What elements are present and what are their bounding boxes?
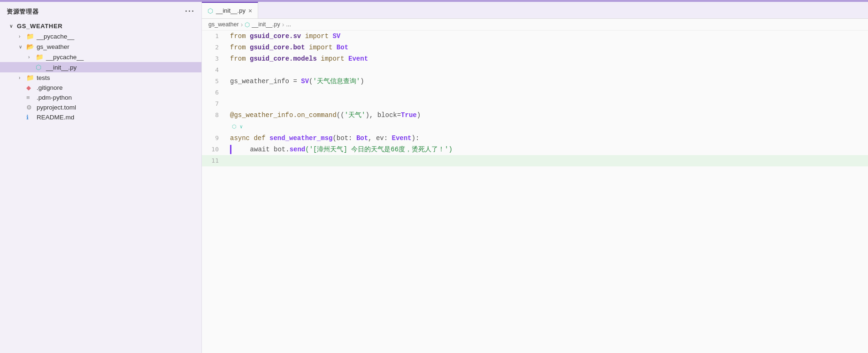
- breadcrumb-part-1[interactable]: gs_weather: [208, 21, 239, 28]
- folder-arrow-icon: ›: [19, 34, 26, 39]
- sidebar-item-pyproject[interactable]: ⚙ pyproject.toml: [0, 102, 201, 112]
- sidebar: 资源管理器 ··· ∨ GS_WEATHER › 📁 __pycache__: [0, 2, 202, 353]
- editor-tab-init-py[interactable]: ⬡ __init__.py ×: [202, 2, 258, 18]
- code-content-1: from gsuid_core.sv import SV: [226, 31, 868, 42]
- sidebar-more-button[interactable]: ···: [185, 7, 195, 16]
- code-content-11: [226, 155, 868, 166]
- breadcrumb-part-2[interactable]: __init__.py: [252, 21, 280, 28]
- line-num-5: 5: [202, 76, 226, 87]
- breadcrumb-part-3[interactable]: ...: [286, 21, 291, 28]
- code-content-7: [226, 98, 868, 110]
- sidebar-item-pdm-python[interactable]: ≡ .pdm-python: [0, 93, 201, 102]
- code-line-11: 11: [202, 155, 868, 166]
- line-num-9: 9: [202, 133, 226, 144]
- code-content-2: from gsuid_core.bot import Bot: [226, 42, 868, 53]
- tests-label: tests: [37, 74, 201, 81]
- gs-weather-folder-label: gs_weather: [37, 43, 201, 50]
- tab-close-button[interactable]: ×: [248, 8, 252, 14]
- code-line-9: 9 async def send_weather_msg(bot: Bot, e…: [202, 133, 868, 144]
- folder-arrow-open-icon: ∨: [19, 44, 26, 49]
- breadcrumb-sep-1: ›: [241, 21, 243, 28]
- tests-folder-icon: 📁: [26, 74, 35, 81]
- code-line-4: 4: [202, 64, 868, 76]
- line-num-7: 7: [202, 98, 226, 110]
- code-line-7: 7: [202, 98, 868, 110]
- line-num-4: 4: [202, 64, 226, 76]
- line-num-10: 10: [202, 144, 226, 155]
- pycache-root-label: __pycache__: [37, 33, 201, 40]
- code-line-6: 6: [202, 87, 868, 98]
- code-line-5: 5 gs_weather_info = SV('天气信息查询'): [202, 76, 868, 87]
- pdm-python-label: .pdm-python: [37, 94, 201, 101]
- main-layout: 资源管理器 ··· ∨ GS_WEATHER › 📁 __pycache__: [0, 2, 868, 353]
- code-content-8: @gs_weather_info.on_command(('天气'), bloc…: [226, 110, 868, 133]
- readme-label: README.md: [37, 114, 201, 121]
- code-line-1: 1 from gsuid_core.sv import SV: [202, 31, 868, 42]
- line-num-1: 1: [202, 31, 226, 42]
- sidebar-item-pycache-root[interactable]: › 📁 __pycache__: [0, 31, 201, 41]
- folder-icon: 📁: [26, 32, 35, 40]
- readme-info-icon: ℹ: [26, 114, 35, 121]
- breadcrumb-sep-2: ›: [282, 21, 284, 28]
- code-content-9: async def send_weather_msg(bot: Bot, ev:…: [226, 133, 868, 144]
- sidebar-item-gitignore[interactable]: ◆ .gitignore: [0, 83, 201, 93]
- tab-python-icon: ⬡: [207, 7, 213, 15]
- code-content-3: from gsuid_core.models import Event: [226, 53, 868, 64]
- code-content-5: gs_weather_info = SV('天气信息查询'): [226, 76, 868, 87]
- line-num-8: 8: [202, 110, 226, 133]
- gitignore-icon: ◆: [26, 84, 35, 91]
- line-num-3: 3: [202, 53, 226, 64]
- editor-area: ⬡ __init__.py × gs_weather › ⬡ __init__.…: [202, 2, 868, 353]
- tree-root-folder[interactable]: ∨ GS_WEATHER: [0, 21, 201, 31]
- root-arrow-icon: ∨: [9, 24, 17, 29]
- sidebar-item-init-py[interactable]: ⬡ __init__.py: [0, 62, 201, 72]
- tests-arrow-icon: ›: [19, 75, 26, 80]
- python-file-icon: ⬡: [36, 63, 44, 71]
- inner-folder-arrow-icon: ›: [28, 55, 36, 60]
- code-content-10: await bot.send('[漳州天气] 今日的天气是66度，烫死人了！'): [226, 144, 868, 155]
- breadcrumb-python-icon: ⬡: [245, 21, 250, 28]
- code-line-10: 10 await bot.send('[漳州天气] 今日的天气是66度，烫死人了…: [202, 144, 868, 155]
- pyproject-label: pyproject.toml: [37, 104, 201, 111]
- pycache-inner-label: __pycache__: [46, 54, 201, 61]
- code-content-4: [226, 64, 868, 76]
- code-editor[interactable]: 1 from gsuid_core.sv import SV 2 from gs…: [202, 31, 868, 353]
- pyproject-gear-icon: ⚙: [26, 104, 35, 111]
- gitignore-label: .gitignore: [37, 84, 201, 91]
- breadcrumb: gs_weather › ⬡ __init__.py › ...: [202, 19, 868, 31]
- inner-folder-icon: 📁: [36, 53, 44, 61]
- line-num-6: 6: [202, 87, 226, 98]
- sidebar-item-tests[interactable]: › 📁 tests: [0, 72, 201, 83]
- code-line-2: 2 from gsuid_core.bot import Bot: [202, 42, 868, 53]
- line-num-11: 11: [202, 155, 226, 166]
- pdm-icon: ≡: [26, 94, 35, 101]
- code-line-3: 3 from gsuid_core.models import Event: [202, 53, 868, 64]
- code-content-6: [226, 87, 868, 98]
- line-num-2: 2: [202, 42, 226, 53]
- folder-open-icon: 📂: [26, 43, 35, 50]
- init-py-label: __init__.py: [46, 64, 201, 71]
- tab-bar: ⬡ __init__.py ×: [202, 2, 868, 19]
- sidebar-title: 资源管理器: [7, 8, 38, 16]
- code-line-8: 8 @gs_weather_info.on_command(('天气'), bl…: [202, 110, 868, 133]
- sidebar-item-gs-weather-folder[interactable]: ∨ 📂 gs_weather: [0, 41, 201, 52]
- sidebar-item-readme[interactable]: ℹ README.md: [0, 112, 201, 122]
- sidebar-item-pycache-inner[interactable]: › 📁 __pycache__: [0, 52, 201, 62]
- root-folder-label: GS_WEATHER: [17, 23, 201, 30]
- file-tree: ∨ GS_WEATHER › 📁 __pycache__ ∨ 📂 gs_weat…: [0, 21, 201, 122]
- tab-label: __init__.py: [216, 7, 246, 14]
- sidebar-header: 资源管理器 ···: [0, 2, 201, 21]
